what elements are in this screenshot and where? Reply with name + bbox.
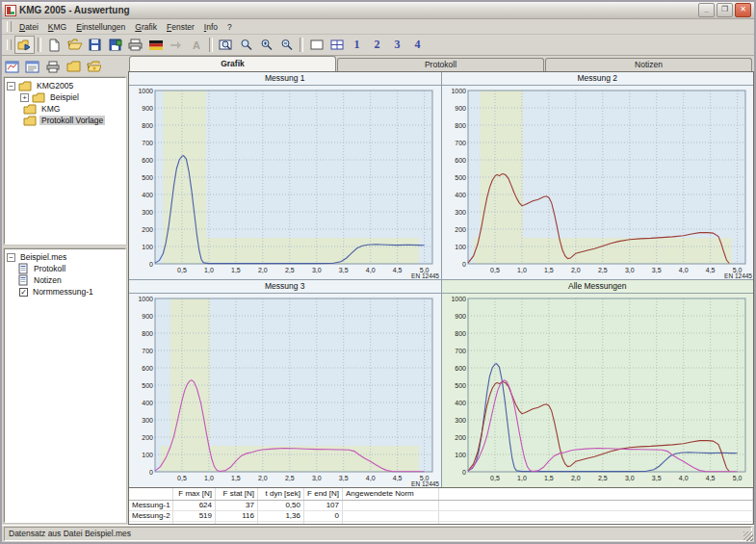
menu-item-kmg[interactable]: KMG xyxy=(43,21,71,33)
tab-grafik[interactable]: Grafik xyxy=(129,56,336,71)
zoom-window-button[interactable] xyxy=(216,36,236,54)
svg-text:200: 200 xyxy=(455,226,466,233)
explorer-toggle-button[interactable] xyxy=(14,36,35,54)
table-row: Messung-3529790,650 xyxy=(129,522,753,524)
tree-item-protokoll-vorlage[interactable]: Protokoll Vorlage xyxy=(5,115,125,126)
collapse-icon[interactable]: − xyxy=(7,253,15,262)
svg-text:800: 800 xyxy=(455,330,466,337)
chart-plot[interactable]: 010020030040050060070080090010000,51,01,… xyxy=(129,86,441,278)
save-all-button[interactable] xyxy=(105,36,125,54)
chart-window-button[interactable] xyxy=(4,60,21,74)
view-1-button[interactable]: 1 xyxy=(347,36,367,54)
chart-1: Messung 10100200300400500600700800900100… xyxy=(129,72,441,279)
tree-item-beispiel[interactable]: + Beispiel xyxy=(5,91,125,103)
svg-text:3,5: 3,5 xyxy=(339,475,349,481)
table-header-cell: F stat [N] xyxy=(216,488,258,500)
tree-item-label: Protokoll xyxy=(32,264,67,273)
tab-notizen[interactable]: Notizen xyxy=(545,58,752,71)
menu-item-datei[interactable]: Datei xyxy=(14,21,43,33)
close-button[interactable]: ✕ xyxy=(735,3,751,17)
zoom-in-icon xyxy=(260,39,273,51)
print-button[interactable] xyxy=(125,36,145,54)
svg-text:800: 800 xyxy=(142,122,153,129)
chart-4: Alle Messungen01002003004005006007008009… xyxy=(442,280,754,487)
view-4-button[interactable]: 4 xyxy=(407,36,428,54)
printer-small-button[interactable] xyxy=(44,60,62,74)
view-2-button[interactable]: 2 xyxy=(367,36,387,54)
svg-text:0,5: 0,5 xyxy=(490,475,500,481)
zoom-button[interactable] xyxy=(236,36,256,54)
chart-plot[interactable]: 010020030040050060070080090010000,51,01,… xyxy=(442,86,754,278)
main-toolbar: A 1 2 3 4 xyxy=(2,35,754,56)
table-cell: 0 xyxy=(304,522,343,524)
svg-text:600: 600 xyxy=(455,365,466,372)
print-icon xyxy=(128,39,143,51)
table-cell: 519 xyxy=(173,511,216,521)
font-button[interactable]: A xyxy=(186,36,206,54)
view-single-button[interactable] xyxy=(306,36,326,54)
svg-text:600: 600 xyxy=(142,365,153,372)
tree-item-file-root[interactable]: − Beispiel.mes xyxy=(5,251,125,263)
chart-plot[interactable]: 010020030040050060070080090010000,51,01,… xyxy=(442,294,754,486)
resize-grip[interactable] xyxy=(743,531,753,541)
tree-item-root[interactable]: − KMG2005 xyxy=(5,80,125,91)
menu-item-fenster[interactable]: Fenster xyxy=(162,21,199,33)
svg-text:300: 300 xyxy=(455,417,466,424)
menu-item-grafik[interactable]: Grafik xyxy=(130,21,162,33)
table-row-label[interactable]: Messung-3 xyxy=(129,522,173,524)
zoom-window-icon xyxy=(219,39,233,51)
folder-open-button[interactable] xyxy=(85,60,102,74)
tab-protokoll[interactable]: Protokoll xyxy=(337,58,544,71)
menu-item-einstellungen[interactable]: Einstellungen xyxy=(71,21,130,33)
svg-text:700: 700 xyxy=(455,140,466,146)
tab-strip: Grafik Protokoll Notizen xyxy=(128,56,754,71)
table-cell: 0,65 xyxy=(258,522,304,524)
tree-item-kmg[interactable]: KMG xyxy=(5,103,125,115)
report-window-button[interactable] xyxy=(24,60,41,74)
expand-icon[interactable]: + xyxy=(20,93,29,102)
table-header-cell xyxy=(439,488,753,500)
restore-button[interactable]: ❐ xyxy=(717,3,733,17)
tree-item-notizen[interactable]: Notizen xyxy=(5,274,125,286)
open-file-button[interactable] xyxy=(65,36,85,54)
project-tree: − KMG2005 + Beispiel KMG xyxy=(4,77,126,245)
svg-text:2,5: 2,5 xyxy=(285,475,295,481)
new-file-button[interactable] xyxy=(44,36,65,54)
table-row-label[interactable]: Messung-1 xyxy=(129,501,173,510)
forward-button[interactable] xyxy=(166,36,186,54)
svg-text:200: 200 xyxy=(455,434,466,441)
menu-item-[interactable]: ? xyxy=(222,21,237,33)
chart-title: Alle Messungen xyxy=(442,280,754,294)
tree-item-protokoll[interactable]: Protokoll xyxy=(5,263,125,274)
svg-text:3,0: 3,0 xyxy=(624,267,634,273)
minimize-button[interactable]: _ xyxy=(698,3,715,17)
chart-title: Messung 2 xyxy=(442,72,754,86)
folder-button[interactable] xyxy=(65,60,82,74)
zoom-out-button[interactable] xyxy=(276,36,297,54)
collapse-icon[interactable]: − xyxy=(7,82,15,91)
tree-item-normmessung[interactable]: ✓ Normmessung-1 xyxy=(5,286,125,298)
explorer-icon xyxy=(17,39,32,51)
checkbox-checked-icon[interactable]: ✓ xyxy=(19,288,28,297)
toolbar-separator xyxy=(300,38,303,52)
main-area: − KMG2005 + Beispiel KMG xyxy=(2,56,754,525)
left-toolbar xyxy=(4,58,126,75)
svg-text:2,0: 2,0 xyxy=(570,475,580,481)
svg-text:900: 900 xyxy=(455,105,466,112)
svg-text:400: 400 xyxy=(455,400,466,406)
menu-item-info[interactable]: Info xyxy=(199,21,222,33)
save-button[interactable] xyxy=(85,36,105,54)
svg-text:600: 600 xyxy=(455,157,466,164)
language-german-button[interactable] xyxy=(145,36,166,54)
chart-plot[interactable]: 010020030040050060070080090010000,51,01,… xyxy=(129,294,441,486)
folder-icon xyxy=(32,92,45,103)
svg-text:0,5: 0,5 xyxy=(177,267,187,273)
save-icon xyxy=(89,39,101,51)
table-row-label[interactable]: Messung-2 xyxy=(129,511,173,521)
table-cell: 529 xyxy=(173,522,216,524)
view-4-label: 4 xyxy=(411,38,425,52)
toolbar-separator xyxy=(209,38,213,52)
zoom-in-button[interactable] xyxy=(256,36,276,54)
view-quad-button[interactable] xyxy=(326,36,347,54)
view-3-button[interactable]: 3 xyxy=(387,36,407,54)
